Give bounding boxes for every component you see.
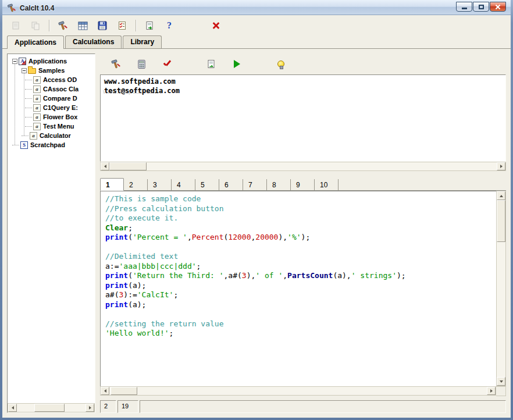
tree-horizontal-scrollbar[interactable] — [8, 403, 95, 412]
scrollbar-track[interactable] — [109, 387, 487, 395]
panel-gap — [100, 171, 506, 178]
scroll-right-button[interactable] — [497, 162, 505, 170]
status-message-cell — [140, 400, 506, 413]
page-tab-8[interactable]: 8 — [267, 179, 291, 190]
tree-item-access-od[interactable]: aAccess OD — [8, 75, 95, 84]
a-letter-icon: a — [33, 104, 41, 112]
a-letter-icon: a — [33, 95, 41, 102]
scrollbar-thumb[interactable] — [111, 387, 137, 395]
tree-item-compare-d[interactable]: aCompare D — [8, 94, 95, 103]
tree-item-calculator[interactable]: aCalculator — [8, 131, 95, 140]
scrollbar-thumb[interactable] — [109, 162, 147, 170]
copy-item-button[interactable] — [28, 18, 43, 33]
code-line: print('Return the Third: ',a#(3),' of ',… — [105, 271, 491, 281]
scrollbar-thumb[interactable] — [34, 404, 65, 412]
code-line — [105, 309, 491, 319]
scroll-down-button[interactable] — [497, 377, 505, 386]
tree-item-samples[interactable]: Samples — [8, 66, 95, 75]
a-letter-icon: a — [30, 132, 37, 140]
page-tab-9[interactable]: 9 — [291, 179, 315, 190]
code-editor[interactable]: //This is sample code//Press calculation… — [100, 191, 496, 386]
collapse-icon[interactable] — [12, 59, 17, 64]
table-button[interactable] — [75, 18, 90, 33]
tree-item-label: CAssoc Cla — [43, 86, 79, 92]
s-letter-icon: S — [20, 141, 28, 149]
scroll-left-button[interactable] — [101, 387, 109, 395]
code-line: 'Hello world!'; — [105, 329, 491, 339]
main-toolbar: ? — [2, 15, 511, 35]
editor-area: //This is sample code//Press calculation… — [100, 191, 506, 396]
page-run-icon — [206, 59, 216, 69]
checklist-button[interactable] — [115, 18, 130, 33]
tools-button[interactable] — [55, 18, 70, 33]
code-line: //to execute it. — [105, 213, 491, 223]
delete-button[interactable] — [208, 18, 223, 33]
page-tab-5[interactable]: 5 — [195, 179, 219, 190]
hint-button[interactable] — [273, 56, 288, 72]
editor-horizontal-scrollbar[interactable] — [100, 386, 496, 396]
code-line: //setting the return value — [105, 319, 491, 329]
calculator-button[interactable] — [134, 56, 149, 72]
copy-icon — [31, 21, 40, 30]
tree-item-label: Applications — [28, 58, 67, 65]
tab-library[interactable]: Library — [123, 35, 162, 48]
scrollbar-track[interactable] — [497, 200, 505, 377]
tree-item-label: Scratchpad — [30, 141, 65, 148]
tree-item-test-menu[interactable]: aTest Menu — [8, 122, 95, 131]
check-syntax-button[interactable] — [159, 56, 174, 72]
page-tab-7[interactable]: 7 — [243, 179, 267, 190]
minimize-button[interactable] — [456, 2, 472, 12]
scroll-left-button[interactable] — [8, 404, 17, 412]
page-tab-3[interactable]: 3 — [148, 179, 172, 190]
scroll-right-button[interactable] — [487, 387, 496, 395]
a-letter-icon: a — [33, 86, 41, 93]
tab-applications[interactable]: Applications — [7, 35, 64, 49]
tree-item-scratchpad[interactable]: SScratchpad — [8, 140, 95, 150]
run-button[interactable] — [229, 56, 244, 72]
code-line: Clear; — [105, 223, 491, 233]
hammer-icon — [111, 59, 121, 69]
tree-item-cassoc-cla[interactable]: aCAssoc Cla — [8, 84, 95, 94]
tab-calculations[interactable]: Calculations — [65, 35, 122, 48]
save-button[interactable] — [95, 18, 110, 33]
page-arrow-icon — [145, 21, 154, 30]
scroll-up-button[interactable] — [497, 191, 505, 200]
scrollbar-track[interactable] — [109, 162, 497, 170]
page-tab-4[interactable]: 4 — [172, 179, 195, 190]
calc-tools-button[interactable] — [108, 56, 123, 72]
arrow-right-icon — [89, 406, 91, 410]
code-line: print(a); — [105, 300, 491, 310]
page-tab-1[interactable]: 1 — [100, 178, 124, 191]
scrollbar-thumb[interactable] — [497, 200, 505, 242]
tree-connector — [25, 126, 32, 127]
help-button[interactable]: ? — [162, 18, 177, 33]
scroll-left-button[interactable] — [101, 162, 109, 170]
tree-item-flower-box[interactable]: aFlower Box — [8, 112, 95, 122]
page-tab-6[interactable]: 6 — [219, 179, 243, 190]
status-column-number: 19 — [117, 400, 138, 413]
output-horizontal-scrollbar[interactable] — [100, 162, 506, 171]
new-item-button[interactable] — [8, 18, 23, 33]
output-area[interactable]: www.softpedia.com www.softpedia.comtest@… — [100, 74, 506, 162]
scroll-right-button[interactable] — [86, 404, 94, 412]
tree-guide-line — [15, 63, 15, 145]
collapse-icon[interactable] — [22, 68, 27, 73]
tree-item-applications[interactable]: AApplications — [8, 56, 95, 66]
tree-item-label: Flower Box — [43, 113, 77, 120]
tree-item-c1query-e[interactable]: aC1Query E: — [8, 103, 95, 112]
close-button[interactable] — [490, 2, 506, 12]
hammer-icon — [58, 20, 68, 31]
arrow-left-icon — [12, 406, 14, 410]
page-tab-2[interactable]: 2 — [124, 179, 148, 190]
export-button[interactable] — [142, 18, 157, 33]
titlebar[interactable]: CalcIt 10.4 — [2, 0, 511, 15]
maximize-button[interactable] — [473, 2, 489, 12]
page-tab-10[interactable]: 10 — [315, 179, 339, 190]
minimize-icon — [462, 8, 467, 9]
scrollbar-track[interactable] — [17, 404, 86, 412]
tree-connector — [25, 108, 32, 108]
window-title: CalcIt 10.4 — [20, 4, 54, 12]
editor-vertical-scrollbar[interactable] — [496, 191, 506, 386]
calculation-toolbar — [100, 54, 506, 74]
open-result-button[interactable] — [204, 56, 219, 72]
